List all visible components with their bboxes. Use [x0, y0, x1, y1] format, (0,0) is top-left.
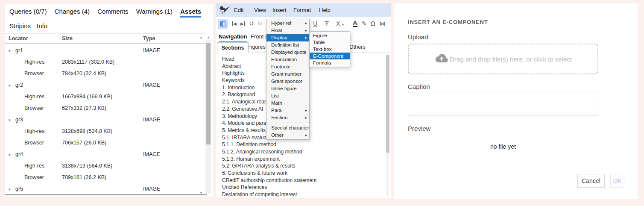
tab-changes[interactable]: Changes (4)	[55, 8, 90, 18]
submenu-item-e-component[interactable]: E-Component	[310, 53, 350, 59]
caption-input[interactable]	[408, 92, 598, 115]
submenu-item-figure[interactable]: Figure	[310, 32, 350, 39]
menu-edit[interactable]: Edit	[234, 7, 243, 13]
tab-queries[interactable]: Queries (0/7)	[9, 8, 47, 18]
tab-warnings[interactable]: Warnings (1)	[136, 8, 173, 18]
menu-item-footnote[interactable]: Footnote	[266, 63, 309, 71]
tab-info[interactable]: Info	[37, 22, 47, 29]
insert-menu: Hyper ref▸ Float▸ Display▸ Definition li…	[266, 19, 310, 140]
highlight-pencil-icon[interactable]: ✎	[362, 20, 367, 27]
menu-view[interactable]: View	[254, 7, 266, 13]
submenu-arrow-icon: ▸	[305, 20, 307, 27]
table-row[interactable]: Browser784x420 (32.4 KB)	[5, 68, 198, 79]
menu-item-grant-number[interactable]: Grant number	[266, 71, 309, 78]
menu-item-hyper-ref[interactable]: Hyper ref▸	[266, 20, 309, 27]
menu-item-other[interactable]: Other▸	[266, 132, 309, 139]
section-item[interactable]: CRediT authorship contribution statement	[222, 177, 390, 184]
dropzone-text: Drag and drop file(s) here, or click to …	[450, 56, 572, 63]
strikethrough-icon[interactable]: Ŧ	[325, 20, 329, 27]
tree-caret-icon[interactable]: ▾	[9, 83, 15, 88]
menu-item-list[interactable]: List	[266, 92, 309, 100]
skip-to-start-icon[interactable]: ◀	[232, 21, 237, 26]
tab-comments[interactable]: Comments	[97, 8, 129, 18]
section-item[interactable]: 5.2. GIRTARA analysis & results	[222, 162, 390, 170]
bowtie-link-icon[interactable]: ⋈	[379, 20, 385, 27]
scroll-up-icon[interactable]: ▲	[207, 36, 210, 39]
assets-panel: Queries (0/7) Changes (4) Comments Warni…	[5, 4, 213, 197]
ok-button[interactable]: OK	[610, 174, 624, 188]
section-item[interactable]: Declaration of competing interest	[222, 191, 390, 197]
chevron-down-icon[interactable]: ▾	[342, 23, 344, 26]
scroll-up-icon[interactable]: ▲	[199, 36, 203, 39]
section-item[interactable]: Uncited References	[222, 184, 390, 191]
menu-item-special-character[interactable]: Special character	[266, 124, 309, 132]
section-item[interactable]: 5.1.1. Definition method	[222, 141, 390, 148]
menu-format[interactable]: Format	[293, 7, 311, 13]
menu-item-enunciation[interactable]: Enunciation	[266, 56, 309, 63]
table-row[interactable]: Browser706x157 (26.0 KB)	[5, 137, 198, 148]
dialog-title: INSERT AN E-COMPONENT	[408, 19, 488, 25]
menu-item-section[interactable]: Section▸	[266, 114, 309, 121]
menu-item-math[interactable]: Math	[266, 100, 309, 107]
menu-item-display[interactable]: Display▸	[266, 34, 309, 41]
submenu-arrow-icon: ▸	[305, 34, 307, 41]
scrollbar-thumb[interactable]	[206, 43, 211, 144]
tab-figures[interactable]: Figures	[248, 44, 266, 50]
tree-caret-icon[interactable]: ▾	[9, 49, 15, 53]
tab-sections[interactable]: Sections	[217, 42, 249, 53]
table-row[interactable]: ▾gr1 IMAGE	[5, 44, 198, 56]
redo-icon[interactable]: ↻	[258, 20, 263, 27]
table-row[interactable]: High-res3138x713 (564.0 KB)	[5, 160, 198, 171]
font-color-icon[interactable]: A	[353, 20, 357, 27]
special-character-icon[interactable]: Ω	[371, 20, 375, 27]
submenu-item-table[interactable]: Table	[310, 39, 350, 46]
menu-item-float[interactable]: Float▸	[266, 27, 309, 34]
table-row[interactable]: ▾gr2 IMAGE	[5, 79, 198, 91]
table-row[interactable]: ▾gr4 IMAGE	[5, 148, 198, 160]
cancel-button[interactable]: Cancel	[577, 174, 605, 188]
submenu-arrow-icon: ▸	[305, 107, 307, 114]
menu-item-displayed-quote[interactable]: Displayed quote	[266, 49, 309, 56]
submenu-item-formula[interactable]: Formula	[310, 59, 350, 66]
preview-label: Preview	[408, 125, 430, 132]
table-row[interactable]: Browser709x161 (26.2 KB)	[5, 171, 198, 183]
menu-insert[interactable]: Insert	[272, 7, 287, 13]
skip-to-end-icon[interactable]: ▶	[240, 21, 245, 26]
upload-cloud-icon	[434, 53, 449, 65]
underline-icon[interactable]: U	[313, 20, 317, 27]
menu-bar: Edit View Insert Format Help	[216, 3, 391, 17]
menu-item-grant-sponsor[interactable]: Grant sponsor	[266, 78, 309, 85]
menu-help[interactable]: Help	[319, 7, 331, 13]
assets-tab-bar: Queries (0/7) Changes (4) Comments Warni…	[9, 8, 201, 18]
submenu-arrow-icon: ▸	[305, 132, 307, 139]
preview-empty-text: no file yet	[408, 143, 598, 150]
file-dropzone[interactable]: Drag and drop file(s) here, or click to …	[408, 44, 598, 74]
tree-caret-icon[interactable]: ▾	[9, 118, 15, 122]
submenu-item-text-box[interactable]: Text-box	[310, 46, 350, 53]
menu-item-inline-figure[interactable]: Inline figure	[266, 85, 309, 92]
submenu-arrow-icon: ▸	[305, 27, 307, 34]
tab-others[interactable]: Others	[349, 44, 366, 50]
table-row[interactable]: Browser627x332 (27.3 KB)	[5, 102, 198, 114]
toggle-panel-icon[interactable]	[218, 19, 228, 29]
table-row[interactable]: High-res3128x698 (524.8 KB)	[5, 125, 198, 137]
table-row[interactable]: High-res2083x1117 (302.0 KB)	[5, 56, 198, 68]
assets-table: ▾gr1 IMAGE High-res2083x1117 (302.0 KB) …	[5, 44, 198, 191]
x-style-icon[interactable]: X	[336, 20, 340, 27]
scrollbar-thumb[interactable]	[386, 55, 389, 153]
tree-caret-icon[interactable]: ▾	[9, 187, 15, 191]
section-item[interactable]: 6. Conclusions & future work	[222, 170, 390, 177]
tab-assets[interactable]: Assets	[180, 8, 201, 18]
table-row[interactable]: ▾gr3 IMAGE	[5, 114, 198, 125]
undo-icon[interactable]: ↺	[249, 20, 254, 27]
menu-item-definition-list[interactable]: Definition list	[266, 41, 309, 49]
menu-item-para[interactable]: Para▸	[266, 107, 309, 114]
tree-caret-icon[interactable]: ▾	[9, 153, 15, 157]
table-row[interactable]: High-res1667x884 (166.9 KB)	[5, 91, 198, 102]
section-item[interactable]: 5.1.2. Analogical reasoning method	[222, 148, 390, 156]
col-size: Size	[62, 35, 143, 41]
tab-navigation[interactable]: Navigation	[219, 33, 247, 42]
tab-stripins[interactable]: Stripins	[9, 22, 31, 29]
section-item[interactable]: 5.1.3. Human experiment	[222, 156, 390, 163]
table-row[interactable]: ▾gr5 IMAGE	[5, 183, 198, 191]
